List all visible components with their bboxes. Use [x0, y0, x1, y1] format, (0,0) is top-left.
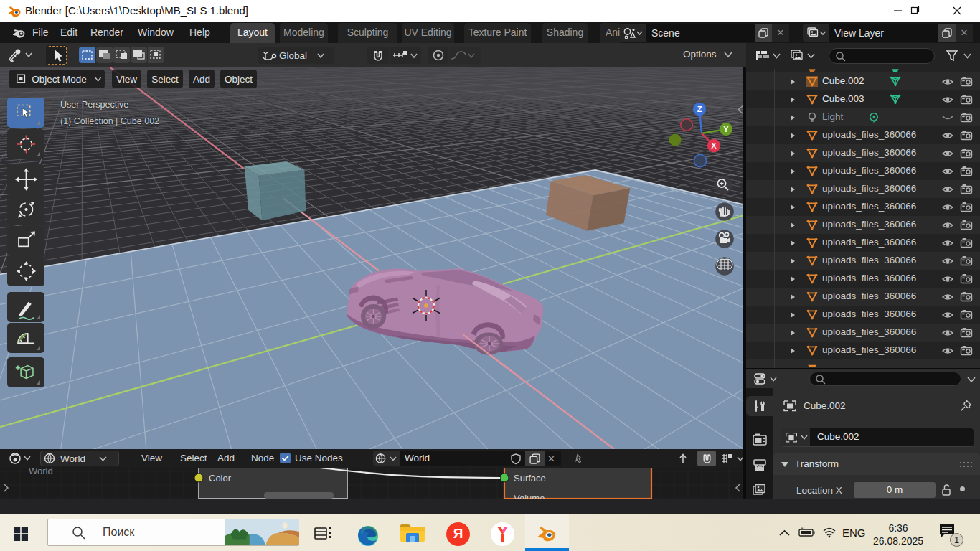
svg-text:Z: Z — [697, 105, 702, 113]
svg-text:Volume: Volume — [514, 493, 545, 499]
svg-text:Surface: Surface — [514, 473, 546, 484]
svg-text:Color: Color — [209, 473, 232, 484]
svg-text:Y: Y — [723, 125, 729, 133]
svg-text:World: World — [29, 468, 53, 476]
svg-text:X: X — [711, 141, 717, 150]
